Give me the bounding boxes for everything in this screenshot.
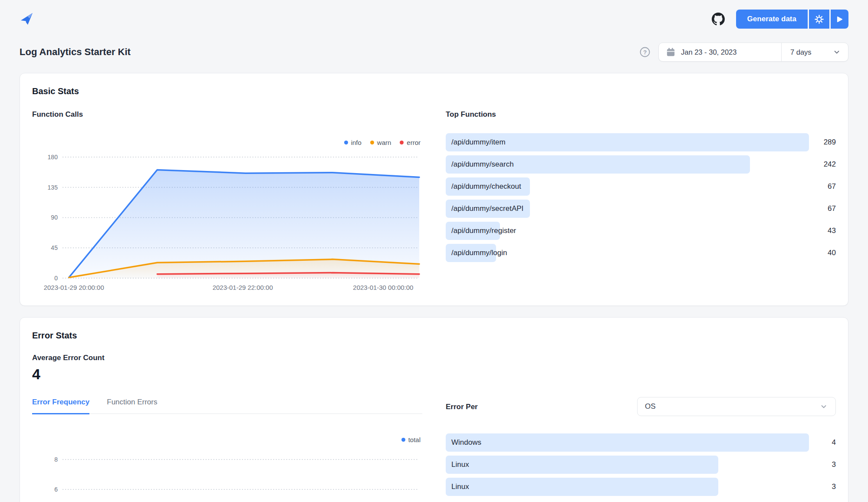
average-error-count-value: 4	[32, 366, 836, 382]
top-function-row: /api/dummy/register43	[446, 222, 836, 240]
chevron-down-icon	[819, 402, 828, 411]
gear-icon	[815, 15, 824, 24]
average-error-count-label: Average Error Count	[32, 354, 836, 362]
legend-dot	[401, 438, 405, 442]
error-per-row-item: Linux3	[446, 478, 836, 496]
legend-dot	[370, 141, 374, 144]
error-frequency-panel: Error Frequency Function Errors total 86	[32, 397, 422, 502]
error-per-row: Error Per OS	[446, 397, 836, 416]
legend-item-error: error	[400, 139, 421, 146]
error-stats-card: Error Stats Average Error Count 4 Error …	[20, 317, 848, 502]
page-title: Log Analytics Starter Kit	[20, 46, 131, 58]
bar-track: /api/dummy/register	[446, 222, 809, 240]
error-per-label: Error Per	[446, 402, 478, 412]
bar-value: 3	[809, 482, 836, 491]
bar-track: /api/dummy/checkout	[446, 177, 809, 196]
settings-button[interactable]	[809, 10, 829, 29]
period-select[interactable]: 7 days	[781, 43, 848, 61]
github-icon[interactable]	[712, 13, 725, 26]
bar-value: 40	[809, 249, 836, 257]
bar-label: /api/dummy/secretAPI	[446, 200, 809, 218]
main-content: Basic Stats Function Calls info warn err…	[0, 73, 868, 502]
top-function-row: /api/dummy/item289	[446, 133, 836, 151]
generate-data-button[interactable]: Generate data	[736, 10, 808, 29]
top-function-row: /api/dummy/login40	[446, 244, 836, 262]
bar-track: /api/dummy/item	[446, 133, 809, 151]
period-value: 7 days	[790, 48, 812, 56]
error-per-bar-list: Windows4Linux3Linux3	[446, 433, 836, 496]
run-button[interactable]	[831, 10, 848, 29]
svg-text:?: ?	[643, 49, 647, 56]
top-functions-bar-list: /api/dummy/item289/api/dummy/search242/a…	[446, 133, 836, 262]
bar-label: /api/dummy/search	[446, 155, 809, 174]
calendar-icon	[666, 47, 676, 57]
brand-logo-icon[interactable]	[20, 12, 34, 26]
error-frequency-legend: total	[32, 436, 421, 443]
tab-function-errors[interactable]: Function Errors	[107, 397, 157, 413]
error-per-panel: Error Per OS Windows4Linux3Linux3	[446, 397, 836, 502]
svg-text:45: 45	[51, 244, 58, 251]
play-icon	[836, 16, 843, 23]
title-controls: ? Jan 23 - 30, 2023 7 days	[639, 43, 848, 62]
legend-item-total: total	[401, 436, 421, 443]
svg-text:6: 6	[54, 486, 58, 493]
legend-dot	[344, 141, 348, 144]
svg-text:2023-01-29 20:00:00: 2023-01-29 20:00:00	[44, 284, 104, 291]
legend-item-warn: warn	[370, 139, 391, 146]
bar-value: 67	[809, 182, 836, 191]
bar-value: 67	[809, 204, 836, 213]
bar-track: /api/dummy/search	[446, 155, 809, 174]
bar-value: 289	[809, 138, 836, 147]
top-nav: Generate data	[0, 0, 868, 29]
svg-text:8: 8	[54, 456, 58, 463]
bar-track: Linux	[446, 456, 809, 474]
function-calls-panel: Function Calls info warn error 18	[32, 109, 422, 293]
bar-label: Windows	[446, 433, 809, 452]
bar-track: Linux	[446, 478, 809, 496]
bar-track: /api/dummy/secretAPI	[446, 200, 809, 218]
date-range-control: Jan 23 - 30, 2023 7 days	[658, 43, 848, 62]
function-calls-legend: info warn error	[32, 139, 421, 146]
error-stats-title: Error Stats	[32, 330, 836, 341]
bar-value: 4	[809, 438, 836, 447]
top-function-row: /api/dummy/search242	[446, 155, 836, 174]
bar-track: /api/dummy/login	[446, 244, 809, 262]
bar-label: Linux	[446, 478, 809, 496]
legend-dot	[400, 141, 404, 144]
error-per-selected-value: OS	[645, 402, 656, 411]
bar-value: 242	[809, 160, 836, 169]
tab-error-frequency[interactable]: Error Frequency	[32, 397, 89, 414]
error-per-select[interactable]: OS	[637, 397, 836, 416]
error-per-row-item: Windows4	[446, 433, 836, 452]
chevron-down-icon	[832, 48, 841, 56]
title-row: Log Analytics Starter Kit ? Jan 23 - 30,…	[0, 29, 868, 73]
svg-text:2023-01-30 00:00:00: 2023-01-30 00:00:00	[353, 284, 413, 291]
legend-label: warn	[377, 139, 391, 146]
bar-label: /api/dummy/checkout	[446, 177, 809, 196]
bar-value: 3	[809, 460, 836, 469]
basic-stats-card: Basic Stats Function Calls info warn err…	[20, 73, 848, 306]
svg-text:135: 135	[48, 184, 58, 191]
svg-text:90: 90	[51, 214, 58, 221]
date-range-value: Jan 23 - 30, 2023	[681, 48, 736, 56]
legend-item-info: info	[344, 139, 362, 146]
top-function-row: /api/dummy/checkout67	[446, 177, 836, 196]
top-functions-title: Top Functions	[446, 109, 836, 119]
svg-text:2023-01-29 22:00:00: 2023-01-29 22:00:00	[213, 284, 273, 291]
nav-actions: Generate data	[712, 10, 848, 29]
function-calls-chart[interactable]: 180135904502023-01-29 20:00:002023-01-29…	[32, 149, 422, 293]
help-icon[interactable]: ?	[639, 46, 651, 58]
action-button-group: Generate data	[736, 10, 848, 29]
error-frequency-chart[interactable]: 86	[32, 446, 422, 502]
bar-label: /api/dummy/register	[446, 222, 809, 240]
svg-text:0: 0	[54, 275, 58, 282]
error-per-row-item: Linux3	[446, 456, 836, 474]
date-range-picker[interactable]: Jan 23 - 30, 2023	[659, 43, 781, 61]
bar-label: /api/dummy/login	[446, 244, 809, 262]
function-calls-title: Function Calls	[32, 109, 422, 119]
legend-label: error	[407, 139, 421, 146]
svg-text:180: 180	[48, 154, 58, 161]
legend-label: total	[408, 436, 421, 443]
top-function-row: /api/dummy/secretAPI67	[446, 200, 836, 218]
basic-stats-title: Basic Stats	[32, 85, 836, 97]
